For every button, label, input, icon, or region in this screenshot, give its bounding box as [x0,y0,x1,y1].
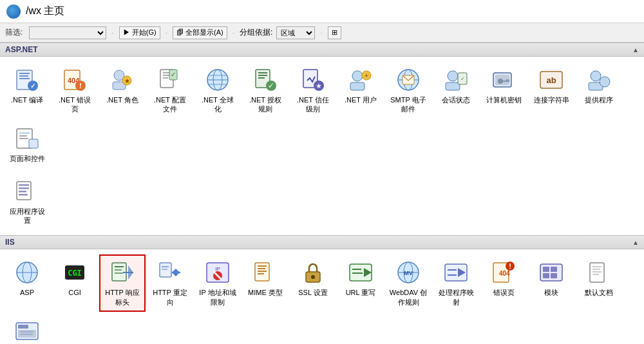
machine-key-icon [491,67,516,93]
net-trust-icon: ★ [300,67,326,93]
page-ctrl-icon [14,126,40,151]
filter-label: 筛选: [5,27,23,38]
svg-rect-122 [18,325,28,329]
net-error-label: .NET 错误页 [55,95,94,114]
svg-rect-3 [19,78,30,79]
net-compile-label: .NET 编译 [11,95,43,104]
svg-rect-115 [551,273,557,278]
dir-browse-icon [14,318,40,344]
svg-rect-119 [592,271,601,272]
svg-rect-61 [29,139,38,148]
net-trust-item[interactable]: ★ .NET 信任级别 [290,62,336,119]
svg-text:✓: ✓ [171,71,176,78]
module-icon [538,260,564,285]
ssl-item[interactable]: SSL 设置 [290,254,336,312]
mime-type-item[interactable]: MIME 类型 [242,254,289,312]
svg-text:404: 404 [499,270,510,277]
webdav-icon: MV [395,260,421,285]
svg-point-54 [591,71,601,81]
url-rewrite-label: URL 重写 [346,288,376,297]
handler-label: 处理程序映射 [437,288,475,307]
separator1: · [111,28,113,37]
svg-rect-1 [19,73,30,74]
svg-rect-112 [543,267,549,272]
svg-rect-120 [592,274,599,275]
http-resp-header-item[interactable]: HTTP 响应标头 [99,254,146,312]
http-redirect-item[interactable]: HTTP 重定向 [147,254,193,312]
handler-item[interactable]: 处理程序映射 [433,254,479,312]
net-config-item[interactable]: ✓ .NET 配置文件 [147,62,193,119]
section-aspnet[interactable]: ASP.NET ▲ [0,43,644,57]
conn-str-label: 连接字符串 [534,95,569,104]
svg-rect-118 [592,269,600,270]
section-iis[interactable]: IIS ▲ [0,235,644,249]
grid-view-button[interactable]: ⊞ [328,26,341,39]
svg-text:✓: ✓ [30,82,35,90]
svg-point-48 [498,79,503,84]
svg-rect-78 [160,263,171,277]
group-select[interactable]: 区域 [276,26,315,39]
net-auth-icon: ✓ [252,67,278,93]
conn-str-icon: ab [538,67,564,93]
default-doc-label: 默认文档 [585,288,613,297]
module-label: 模块 [544,288,558,297]
iis-grid: ASP CGI CGI HTTP 响应标头 HTTP 重定向 IP [0,249,644,344]
app-settings-item[interactable]: 应用程序设置 [4,173,50,231]
net-role-icon: ★ [109,67,135,93]
webdav-label: WebDAV 创作规则 [389,288,428,307]
svg-rect-111 [540,264,562,281]
net-global-icon [205,67,231,93]
svg-text:✓: ✓ [460,76,465,82]
aspnet-grid: ✓ .NET 编译 404! .NET 错误页 ★ .NET 角色 ✓ .NET… [0,57,644,173]
net-user-item[interactable]: + .NET 用户 [337,62,384,119]
title-bar: /wx 主页 [0,0,644,23]
net-role-item[interactable]: ★ .NET 角色 [99,62,146,119]
conn-str-item[interactable]: ab 连接字符串 [528,62,574,119]
svg-rect-117 [592,266,601,267]
asp-label: ASP [20,288,34,297]
module-item[interactable]: 模块 [528,254,574,312]
show-all-button[interactable]: 🗐 全部显示(A) [173,26,227,39]
session-item[interactable]: ✓ 会话状态 [433,62,479,119]
svg-text:★: ★ [124,77,130,84]
provider-label: 提供程序 [585,95,613,104]
ip-limit-item[interactable]: IP IP 地址和域限制 [194,254,241,312]
ip-limit-label: IP 地址和域限制 [198,288,237,307]
provider-icon [586,67,612,93]
net-trust-label: .NET 信任级别 [294,95,332,114]
svg-point-42 [448,71,458,81]
svg-rect-90 [258,268,265,269]
svg-rect-114 [551,267,557,272]
svg-rect-2 [19,75,28,77]
svg-text:+: + [365,72,368,79]
net-auth-item[interactable]: ✓ .NET 授权规则 [242,62,289,119]
webdav-item[interactable]: MV WebDAV 创作规则 [385,254,431,312]
asp-item[interactable]: ASP [4,254,50,312]
smtp-item[interactable]: SMTP 电子邮件 [385,62,431,119]
separator2: · [166,28,167,37]
separator3: · [232,28,234,37]
svg-text:ab: ab [546,75,556,85]
main-content: ASP.NET ▲ ✓ .NET 编译 404! .NET 错误页 ★ .NET… [0,43,644,344]
page-ctrl-item[interactable]: 页面和控件 [4,120,50,168]
error-page-item[interactable]: 404! 错误页 [480,254,527,312]
dir-browse-item[interactable]: 目录浏览 [4,313,50,344]
svg-text:!: ! [509,262,511,270]
http-resp-header-icon [109,260,135,285]
machine-key-item[interactable]: 计算机密钥 [480,62,527,119]
provider-item[interactable]: 提供程序 [576,62,622,119]
svg-point-56 [600,77,610,87]
net-error-item[interactable]: 404! .NET 错误页 [52,62,98,119]
page-ctrl-label: 页面和控件 [10,154,45,163]
filter-select[interactable] [29,26,106,39]
net-compile-item[interactable]: ✓ .NET 编译 [4,62,50,119]
svg-rect-17 [163,77,168,79]
http-redirect-label: HTTP 重定向 [151,288,189,307]
net-global-item[interactable]: .NET 全球化 [194,62,241,119]
default-doc-item[interactable]: 默认文档 [576,254,622,312]
svg-rect-59 [19,135,27,137]
start-button[interactable]: ▶ 开始(G) [119,26,160,39]
url-rewrite-item[interactable]: URL 重写 [337,254,384,312]
svg-point-34 [352,71,363,81]
cgi-item[interactable]: CGI CGI [52,254,98,312]
